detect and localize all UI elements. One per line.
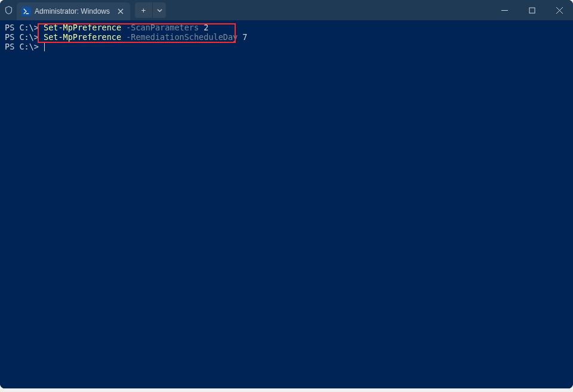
terminal-window: Administrator: Windows Powe + PS: [0, 0, 573, 388]
titlebar: Administrator: Windows Powe +: [0, 0, 573, 20]
svg-rect-0: [529, 8, 535, 13]
terminal-line: PS C:\> Set-MpPreference -ScanParameters…: [5, 23, 568, 32]
shield-icon: [0, 0, 17, 20]
terminal-content[interactable]: PS C:\> Set-MpPreference -ScanParameters…: [0, 20, 573, 388]
prompt: PS C:\>: [5, 42, 44, 51]
maximize-button[interactable]: [518, 0, 546, 20]
parameter-token: -RemediationScheduleDay: [121, 32, 238, 42]
powershell-icon: [21, 7, 31, 16]
close-window-button[interactable]: [546, 0, 573, 20]
cursor: [44, 42, 45, 51]
minimize-button[interactable]: [491, 0, 518, 20]
cmdlet-token: Set-MpPreference: [44, 32, 121, 42]
new-tab-group: +: [135, 2, 166, 18]
tab-powershell[interactable]: Administrator: Windows Powe: [17, 2, 130, 20]
terminal-line: PS C:\>: [5, 42, 568, 51]
cmdlet-token: Set-MpPreference: [44, 23, 121, 32]
parameter-token: -ScanParameters: [121, 23, 199, 32]
argument-token: 7: [238, 32, 247, 42]
tab-menu-button[interactable]: [153, 2, 166, 18]
tab-title: Administrator: Windows Powe: [35, 7, 112, 16]
prompt: PS C:\>: [5, 23, 44, 32]
prompt: PS C:\>: [5, 32, 44, 42]
window-controls: [491, 0, 573, 20]
close-tab-button[interactable]: [116, 7, 125, 16]
new-tab-button[interactable]: +: [135, 2, 153, 18]
argument-token: 2: [199, 23, 208, 32]
terminal-line: PS C:\> Set-MpPreference -RemediationSch…: [5, 32, 568, 42]
